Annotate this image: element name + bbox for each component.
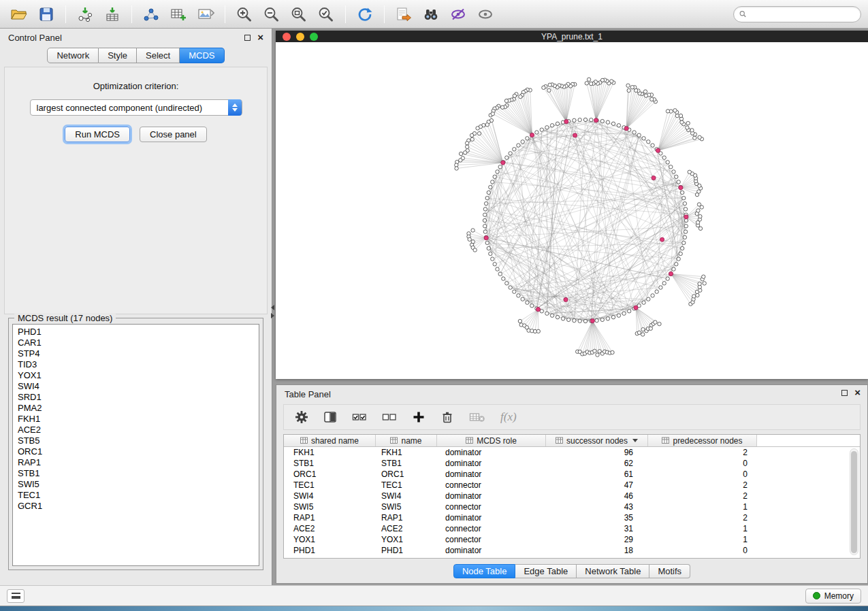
mcds-result-item[interactable]: SWI4 — [18, 381, 254, 392]
criterion-dropdown[interactable]: largest connected component (undirected) — [30, 99, 242, 116]
tab-select[interactable]: Select — [137, 48, 180, 63]
column-header-shared-name[interactable]: shared name — [284, 435, 376, 446]
new-table-icon[interactable] — [166, 3, 191, 25]
float-panel-icon[interactable] — [244, 35, 251, 41]
show-column-icon[interactable] — [323, 410, 337, 424]
mcds-result-item[interactable]: ORC1 — [18, 446, 254, 457]
table-scrollbar[interactable] — [850, 448, 858, 555]
table-row[interactable]: FKH1FKH1dominator962 — [284, 447, 860, 458]
table-row[interactable]: RAP1RAP1dominator352 — [284, 512, 860, 523]
show-graphics-details-icon[interactable] — [473, 3, 498, 25]
mcds-result-item[interactable]: SRD1 — [18, 392, 254, 403]
column-header-label: MCDS role — [477, 436, 517, 446]
table-row[interactable]: ACE2ACE2connector311 — [284, 523, 860, 534]
control-panel: Control Panel × NetworkStyleSelectMCDS O… — [0, 29, 272, 585]
zoom-selected-icon[interactable] — [314, 3, 338, 25]
network-canvas[interactable] — [276, 42, 868, 379]
zoom-fit-icon[interactable] — [287, 3, 311, 25]
mcds-result-item[interactable]: CAR1 — [18, 337, 254, 348]
table-cell: RAP1 — [376, 512, 437, 523]
table-cell: TEC1 — [284, 480, 376, 491]
mcds-result-item[interactable]: SWI5 — [18, 479, 254, 490]
copy-current-view-icon[interactable] — [391, 3, 416, 25]
mcds-result-list[interactable]: PHD1CAR1STP4TID3YOX1SWI4SRD1PMA2FKH1ACE2… — [12, 324, 259, 566]
table-row[interactable]: YOX1YOX1connector291 — [284, 534, 860, 545]
tab-edge-table[interactable]: Edge Table — [515, 564, 577, 578]
column-header-name[interactable]: name — [376, 435, 437, 446]
mcds-result-item[interactable]: GCR1 — [18, 501, 254, 512]
mcds-result-item[interactable]: STB5 — [18, 435, 254, 446]
table-row[interactable]: SWI4SWI4dominator462 — [284, 491, 860, 501]
toolbar-separator — [384, 5, 385, 23]
close-table-panel-icon[interactable]: × — [854, 389, 861, 396]
search-input[interactable] — [750, 10, 855, 19]
column-header-successor-nodes[interactable]: successor nodes — [546, 435, 648, 446]
zoom-out-icon[interactable] — [259, 3, 284, 25]
open-session-icon[interactable] — [7, 3, 31, 25]
table-row[interactable]: STB1STB1dominator620 — [284, 458, 860, 469]
table-cell: SWI4 — [284, 491, 376, 501]
mcds-result-item[interactable]: RAP1 — [18, 457, 254, 468]
tab-mcds[interactable]: MCDS — [180, 48, 224, 63]
tab-style[interactable]: Style — [99, 48, 137, 63]
table-cell: connector — [437, 480, 546, 491]
mcds-result-item[interactable]: TEC1 — [18, 490, 254, 501]
search-network-icon[interactable] — [419, 3, 443, 25]
task-history-button[interactable] — [7, 589, 25, 603]
table-cell: dominator — [437, 491, 546, 501]
delete-row-icon[interactable] — [440, 410, 454, 424]
float-table-panel-icon[interactable] — [841, 390, 848, 396]
run-mcds-button[interactable]: Run MCDS — [65, 127, 130, 142]
table-header-row: shared namenameMCDS rolesuccessor nodesp… — [284, 435, 860, 447]
import-network-from-file-icon[interactable] — [73, 3, 97, 25]
add-row-icon[interactable] — [412, 410, 425, 424]
tab-motifs[interactable]: Motifs — [649, 564, 690, 578]
mcds-result-item[interactable]: STB1 — [18, 468, 254, 479]
sort-caret-icon — [632, 439, 638, 442]
tab-network[interactable]: Network — [47, 48, 99, 63]
column-grid-icon — [466, 437, 473, 444]
settings-gear-icon[interactable] — [295, 410, 308, 424]
splitter-collapse-icon[interactable] — [271, 305, 276, 320]
criterion-dropdown-value: largest connected component (undirected) — [37, 103, 203, 113]
search-box[interactable] — [733, 6, 861, 22]
mcds-result-item[interactable]: TID3 — [18, 359, 254, 370]
column-header-predecessor-nodes[interactable]: predecessor nodes — [648, 435, 757, 446]
column-header-MCDS-role[interactable]: MCDS role — [437, 435, 546, 446]
select-all-icon[interactable] — [352, 410, 367, 424]
column-grid-icon — [300, 437, 308, 444]
table-cell: connector — [437, 501, 546, 512]
table-row[interactable]: TEC1TEC1connector472 — [284, 480, 860, 491]
close-panel-icon[interactable]: × — [257, 34, 263, 41]
table-row[interactable]: SWI5SWI5connector431 — [284, 501, 860, 512]
mcds-tab-content: Optimization criterion: largest connecte… — [4, 67, 268, 314]
table-scrollbar-thumb[interactable] — [851, 451, 857, 553]
table-row[interactable]: PHD1PHD1dominator180 — [284, 545, 860, 556]
export-image-icon[interactable] — [193, 3, 218, 25]
tab-network-table[interactable]: Network Table — [577, 564, 649, 578]
mcds-result-item[interactable]: FKH1 — [18, 414, 254, 425]
mcds-result-item[interactable]: PMA2 — [18, 403, 254, 414]
toolbar-separator — [345, 5, 346, 23]
table-row[interactable]: ORC1ORC1dominator610 — [284, 469, 860, 480]
optimization-criterion-label: Optimization criterion: — [5, 81, 267, 91]
tab-node-table[interactable]: Node Table — [453, 564, 516, 578]
save-session-icon[interactable] — [34, 3, 59, 25]
mcds-result-item[interactable]: YOX1 — [18, 370, 254, 381]
table-cell: 35 — [546, 512, 648, 523]
refresh-layout-icon[interactable] — [353, 3, 377, 25]
unselect-all-icon[interactable] — [382, 410, 397, 424]
function-builder-icon: f(x) — [500, 410, 517, 424]
toolbar-separator — [65, 5, 66, 23]
table-cell: FKH1 — [284, 447, 376, 458]
mcds-result-item[interactable]: PHD1 — [18, 327, 254, 337]
hide-graphics-details-icon[interactable] — [446, 3, 470, 25]
mcds-result-item[interactable]: ACE2 — [18, 425, 254, 435]
memory-button[interactable]: Memory — [805, 589, 861, 604]
zoom-in-icon[interactable] — [232, 3, 257, 25]
close-panel-button[interactable]: Close panel — [140, 127, 207, 142]
new-network-icon[interactable] — [139, 3, 163, 25]
import-table-from-file-icon[interactable] — [100, 3, 125, 25]
network-window-titlebar[interactable]: YPA_prune.txt_1 — [276, 31, 868, 42]
mcds-result-item[interactable]: STP4 — [18, 348, 254, 359]
